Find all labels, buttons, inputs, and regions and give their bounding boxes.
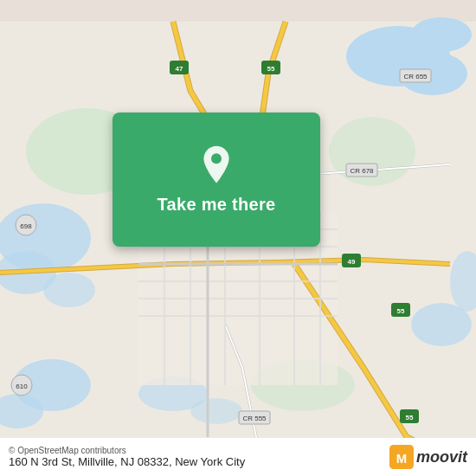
moovit-icon: M <box>389 445 414 469</box>
svg-point-50 <box>211 153 222 164</box>
svg-text:CR 678: CR 678 <box>350 167 374 175</box>
location-pin-icon <box>196 145 237 186</box>
svg-text:CR 555: CR 555 <box>242 415 267 422</box>
svg-text:49: 49 <box>348 258 356 266</box>
svg-point-6 <box>43 273 95 307</box>
svg-text:55: 55 <box>267 65 275 73</box>
moovit-logo: M moovit <box>389 445 467 469</box>
svg-point-3 <box>411 17 472 52</box>
moovit-brand-text: moovit <box>416 448 467 466</box>
bottom-left-info: © OpenStreetMap contributors 160 N 3rd S… <box>9 446 245 468</box>
cta-button[interactable]: Take me there <box>113 113 320 247</box>
map-container: 47 55 55 49 CR 655 CR 678 CR 555 698 610… <box>0 0 476 476</box>
svg-text:CR 655: CR 655 <box>403 73 428 80</box>
osm-credit: © OpenStreetMap contributors <box>9 446 245 455</box>
svg-text:610: 610 <box>16 383 28 390</box>
svg-text:55: 55 <box>397 307 405 315</box>
svg-text:698: 698 <box>20 222 32 230</box>
svg-text:47: 47 <box>176 65 183 73</box>
svg-text:M: M <box>396 451 407 466</box>
svg-point-10 <box>190 398 242 424</box>
address-line: 160 N 3rd St, Millville, NJ 08332, New Y… <box>9 455 245 468</box>
cta-button-label: Take me there <box>158 195 276 215</box>
bottom-bar: © OpenStreetMap contributors 160 N 3rd S… <box>0 438 476 476</box>
svg-text:55: 55 <box>406 414 414 421</box>
